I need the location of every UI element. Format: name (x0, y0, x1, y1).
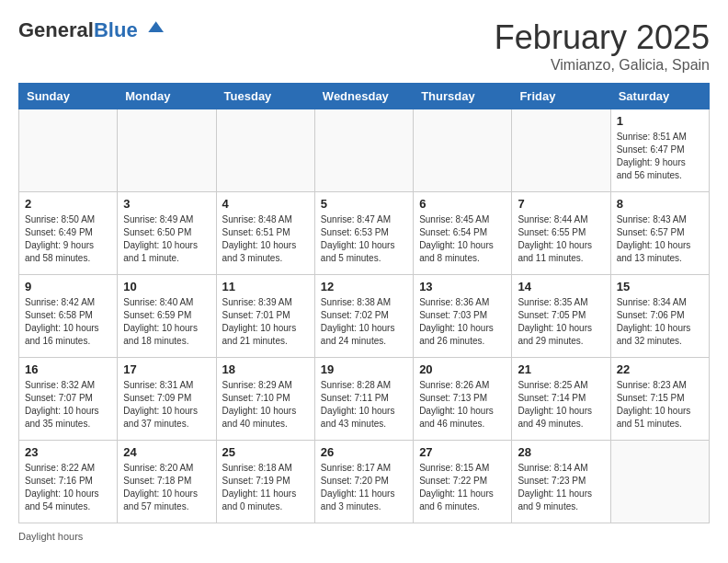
location: Vimianzo, Galicia, Spain (495, 57, 710, 74)
calendar-cell: 10Sunrise: 8:40 AM Sunset: 6:59 PM Dayli… (118, 275, 216, 358)
day-info: Sunrise: 8:45 AM Sunset: 6:54 PM Dayligh… (419, 213, 506, 265)
calendar-week-row: 2Sunrise: 8:50 AM Sunset: 6:49 PM Daylig… (19, 192, 710, 275)
header-day-tuesday: Tuesday (216, 84, 314, 109)
day-number: 22 (617, 362, 703, 376)
day-info: Sunrise: 8:31 AM Sunset: 7:09 PM Dayligh… (123, 379, 210, 431)
day-info: Sunrise: 8:20 AM Sunset: 7:18 PM Dayligh… (123, 462, 210, 513)
day-number: 26 (321, 445, 407, 459)
day-number: 14 (518, 280, 604, 293)
day-number: 28 (518, 445, 604, 459)
calendar-cell: 1Sunrise: 8:51 AM Sunset: 6:47 PM Daylig… (610, 109, 709, 192)
day-info: Sunrise: 8:17 AM Sunset: 7:20 PM Dayligh… (321, 462, 407, 513)
day-number: 24 (123, 445, 210, 459)
calendar-cell: 13Sunrise: 8:36 AM Sunset: 7:03 PM Dayli… (414, 275, 512, 358)
day-number: 4 (222, 197, 309, 211)
page-header: GeneralBlue February 2025 Vimianzo, Gali… (18, 18, 710, 74)
day-info: Sunrise: 8:26 AM Sunset: 7:13 PM Dayligh… (419, 379, 506, 431)
footer-note: Daylight hours (18, 531, 710, 542)
calendar-cell: 7Sunrise: 8:44 AM Sunset: 6:55 PM Daylig… (512, 192, 610, 275)
day-info: Sunrise: 8:47 AM Sunset: 6:53 PM Dayligh… (321, 213, 407, 265)
day-info: Sunrise: 8:49 AM Sunset: 6:50 PM Dayligh… (123, 213, 210, 265)
logo-icon (145, 18, 164, 37)
day-info: Sunrise: 8:28 AM Sunset: 7:11 PM Dayligh… (321, 379, 407, 431)
title-area: February 2025 Vimianzo, Galicia, Spain (495, 18, 710, 74)
day-info: Sunrise: 8:39 AM Sunset: 7:01 PM Dayligh… (222, 296, 309, 348)
header-day-saturday: Saturday (610, 84, 709, 109)
header-day-friday: Friday (512, 84, 610, 109)
calendar-header-row: SundayMondayTuesdayWednesdayThursdayFrid… (19, 84, 710, 109)
day-number: 3 (123, 197, 210, 211)
calendar-cell: 28Sunrise: 8:14 AM Sunset: 7:23 PM Dayli… (512, 441, 610, 523)
day-number: 7 (518, 197, 604, 211)
day-info: Sunrise: 8:38 AM Sunset: 7:02 PM Dayligh… (321, 296, 407, 348)
day-info: Sunrise: 8:35 AM Sunset: 7:05 PM Dayligh… (518, 296, 604, 348)
logo: GeneralBlue (18, 18, 164, 41)
day-info: Sunrise: 8:14 AM Sunset: 7:23 PM Dayligh… (518, 462, 604, 513)
day-number: 1 (617, 114, 703, 128)
day-number: 17 (123, 362, 210, 376)
calendar-cell: 27Sunrise: 8:15 AM Sunset: 7:22 PM Dayli… (414, 441, 512, 523)
calendar-cell: 19Sunrise: 8:28 AM Sunset: 7:11 PM Dayli… (314, 358, 413, 441)
day-number: 8 (617, 197, 703, 211)
calendar-cell: 3Sunrise: 8:49 AM Sunset: 6:50 PM Daylig… (118, 192, 216, 275)
calendar-cell: 8Sunrise: 8:43 AM Sunset: 6:57 PM Daylig… (610, 192, 709, 275)
day-info: Sunrise: 8:18 AM Sunset: 7:19 PM Dayligh… (222, 462, 309, 513)
day-number: 16 (25, 362, 111, 376)
day-number: 23 (25, 445, 111, 459)
calendar-cell: 18Sunrise: 8:29 AM Sunset: 7:10 PM Dayli… (216, 358, 314, 441)
calendar-cell (314, 109, 413, 192)
header-day-sunday: Sunday (19, 84, 118, 109)
calendar-cell: 6Sunrise: 8:45 AM Sunset: 6:54 PM Daylig… (414, 192, 512, 275)
day-number: 2 (25, 197, 111, 211)
day-number: 12 (321, 280, 407, 293)
day-info: Sunrise: 8:23 AM Sunset: 7:15 PM Dayligh… (617, 379, 703, 431)
calendar-week-row: 9Sunrise: 8:42 AM Sunset: 6:58 PM Daylig… (19, 275, 710, 358)
day-info: Sunrise: 8:48 AM Sunset: 6:51 PM Dayligh… (222, 213, 309, 265)
day-info: Sunrise: 8:43 AM Sunset: 6:57 PM Dayligh… (617, 213, 703, 265)
svg-marker-0 (148, 21, 164, 32)
day-number: 9 (25, 280, 111, 293)
day-info: Sunrise: 8:32 AM Sunset: 7:07 PM Dayligh… (25, 379, 111, 431)
day-number: 11 (222, 280, 309, 293)
header-day-thursday: Thursday (414, 84, 512, 109)
day-number: 20 (419, 362, 506, 376)
calendar-cell: 26Sunrise: 8:17 AM Sunset: 7:20 PM Dayli… (314, 441, 413, 523)
day-info: Sunrise: 8:50 AM Sunset: 6:49 PM Dayligh… (25, 213, 111, 265)
day-info: Sunrise: 8:51 AM Sunset: 6:47 PM Dayligh… (617, 131, 703, 182)
calendar-cell (19, 109, 118, 192)
logo-general-text: General (18, 18, 94, 41)
calendar-week-row: 16Sunrise: 8:32 AM Sunset: 7:07 PM Dayli… (19, 358, 710, 441)
day-number: 19 (321, 362, 407, 376)
calendar-week-row: 1Sunrise: 8:51 AM Sunset: 6:47 PM Daylig… (19, 109, 710, 192)
calendar-cell: 12Sunrise: 8:38 AM Sunset: 7:02 PM Dayli… (314, 275, 413, 358)
header-day-wednesday: Wednesday (314, 84, 413, 109)
day-number: 18 (222, 362, 309, 376)
calendar-cell: 11Sunrise: 8:39 AM Sunset: 7:01 PM Dayli… (216, 275, 314, 358)
calendar-cell (512, 109, 610, 192)
day-number: 13 (419, 280, 506, 293)
calendar-cell: 9Sunrise: 8:42 AM Sunset: 6:58 PM Daylig… (19, 275, 118, 358)
day-info: Sunrise: 8:40 AM Sunset: 6:59 PM Dayligh… (123, 296, 210, 348)
day-info: Sunrise: 8:34 AM Sunset: 7:06 PM Dayligh… (617, 296, 703, 348)
calendar-cell: 23Sunrise: 8:22 AM Sunset: 7:16 PM Dayli… (19, 441, 118, 523)
calendar-cell (610, 441, 709, 523)
calendar-cell: 16Sunrise: 8:32 AM Sunset: 7:07 PM Dayli… (19, 358, 118, 441)
calendar-week-row: 23Sunrise: 8:22 AM Sunset: 7:16 PM Dayli… (19, 441, 710, 523)
calendar-cell: 17Sunrise: 8:31 AM Sunset: 7:09 PM Dayli… (118, 358, 216, 441)
calendar-cell: 21Sunrise: 8:25 AM Sunset: 7:14 PM Dayli… (512, 358, 610, 441)
day-number: 25 (222, 445, 309, 459)
calendar-cell: 22Sunrise: 8:23 AM Sunset: 7:15 PM Dayli… (610, 358, 709, 441)
calendar-cell: 2Sunrise: 8:50 AM Sunset: 6:49 PM Daylig… (19, 192, 118, 275)
day-info: Sunrise: 8:29 AM Sunset: 7:10 PM Dayligh… (222, 379, 309, 431)
day-number: 27 (419, 445, 506, 459)
day-number: 6 (419, 197, 506, 211)
day-info: Sunrise: 8:36 AM Sunset: 7:03 PM Dayligh… (419, 296, 506, 348)
calendar-cell: 14Sunrise: 8:35 AM Sunset: 7:05 PM Dayli… (512, 275, 610, 358)
header-day-monday: Monday (118, 84, 216, 109)
calendar-cell: 4Sunrise: 8:48 AM Sunset: 6:51 PM Daylig… (216, 192, 314, 275)
month-title: February 2025 (495, 18, 710, 57)
day-number: 21 (518, 362, 604, 376)
day-info: Sunrise: 8:15 AM Sunset: 7:22 PM Dayligh… (419, 462, 506, 513)
calendar-cell (118, 109, 216, 192)
calendar-cell: 15Sunrise: 8:34 AM Sunset: 7:06 PM Dayli… (610, 275, 709, 358)
